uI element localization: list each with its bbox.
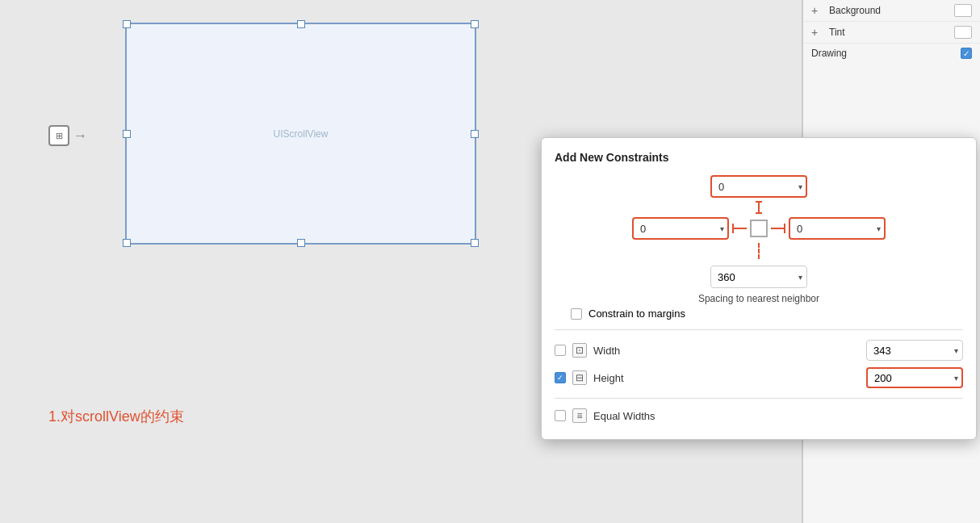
- drawing-checkbox[interactable]: ✓: [961, 48, 972, 59]
- width-value[interactable]: 343: [866, 340, 963, 361]
- height-value[interactable]: 200: [866, 367, 963, 388]
- handle-tr[interactable]: [471, 20, 479, 28]
- spacing-dropdown[interactable]: 360: [710, 266, 807, 288]
- tint-label: Tint: [829, 27, 949, 38]
- top-ibeam: [756, 201, 762, 214]
- ibeam-stem: [758, 203, 760, 212]
- handle-bl[interactable]: [123, 239, 131, 247]
- width-row: ⊡ Width 343 ▾: [555, 337, 963, 364]
- right-tbar: [771, 224, 785, 233]
- constraint-middle-area: 0 ▾ 0 ▾: [555, 217, 963, 240]
- background-row: + Background: [803, 0, 980, 22]
- background-add-btn[interactable]: +: [811, 4, 824, 17]
- handle-bc[interactable]: [297, 239, 305, 247]
- handle-ml[interactable]: [123, 130, 131, 138]
- right-tbar-cap: [784, 224, 785, 233]
- equal-widths-row: ≡ Equal Widths: [555, 405, 963, 426]
- margins-label: Constrain to margins: [588, 308, 685, 320]
- equal-widths-label: Equal Widths: [593, 410, 963, 422]
- top-constraint-wrapper: 0 ▾: [710, 175, 807, 198]
- margins-checkbox[interactable]: [571, 308, 582, 320]
- annotation-text: 1.对scrollView的约束: [48, 407, 184, 426]
- bottom-dashed-line: [758, 243, 760, 259]
- scroll-view-label: UIScrollView: [274, 128, 329, 140]
- right-constraint-wrapper: 0 ▾: [789, 217, 886, 240]
- width-label: Width: [593, 345, 860, 357]
- background-color-swatch[interactable]: [954, 4, 972, 17]
- constraints-title: Add New Constraints: [555, 151, 963, 164]
- width-checkbox[interactable]: [555, 345, 566, 356]
- right-tbar-line: [771, 228, 784, 229]
- height-icon: ⊟: [572, 370, 587, 385]
- left-tbar: [732, 224, 747, 233]
- connector: ⊞ →: [48, 125, 87, 146]
- handle-tc[interactable]: [297, 20, 305, 28]
- height-label: Height: [593, 372, 860, 384]
- drawing-row: Drawing ✓: [803, 44, 980, 63]
- width-icon: ⊡: [572, 343, 587, 358]
- center-square: [750, 220, 768, 237]
- drawing-label: Drawing: [811, 48, 956, 59]
- view-controller-icon: ⊞: [48, 125, 69, 146]
- left-constraint-wrapper: 0 ▾: [632, 217, 729, 240]
- handle-br[interactable]: [471, 239, 479, 247]
- height-row: ✓ ⊟ Height 200 ▾: [555, 364, 963, 391]
- constraint-top-area: 0 ▾: [555, 175, 963, 214]
- handle-tl[interactable]: [123, 20, 131, 28]
- top-constraint-input[interactable]: 0: [710, 175, 807, 198]
- constraints-popup: Add New Constraints 0 ▾ 0 ▾: [541, 137, 977, 440]
- height-value-wrapper: 200 ▾: [866, 367, 963, 388]
- spacing-row: 360: [555, 266, 963, 288]
- tint-color-swatch[interactable]: [954, 26, 972, 39]
- spacing-wrapper: 360: [710, 266, 807, 288]
- equal-widths-checkbox[interactable]: [555, 410, 566, 421]
- ibeam-bottom-cap: [756, 212, 762, 214]
- right-constraint-input[interactable]: 0: [789, 217, 886, 240]
- divider-2: [555, 398, 963, 399]
- tint-row: + Tint: [803, 22, 980, 44]
- background-label: Background: [829, 5, 949, 16]
- divider-1: [555, 329, 963, 330]
- bottom-dashed-area: [555, 243, 963, 259]
- handle-mr[interactable]: [471, 130, 479, 138]
- scroll-view-box[interactable]: UIScrollView: [125, 23, 476, 245]
- width-value-wrapper: 343 ▾: [866, 340, 963, 361]
- tint-add-btn[interactable]: +: [811, 26, 824, 39]
- equal-widths-icon: ≡: [572, 408, 587, 423]
- connector-arrow: →: [73, 128, 87, 144]
- left-constraint-input[interactable]: 0: [632, 217, 729, 240]
- neighbor-label: Spacing to nearest neighbor: [555, 293, 963, 304]
- left-tbar-line: [734, 228, 747, 229]
- height-checkbox[interactable]: ✓: [555, 372, 566, 383]
- margins-row: Constrain to margins: [555, 308, 963, 320]
